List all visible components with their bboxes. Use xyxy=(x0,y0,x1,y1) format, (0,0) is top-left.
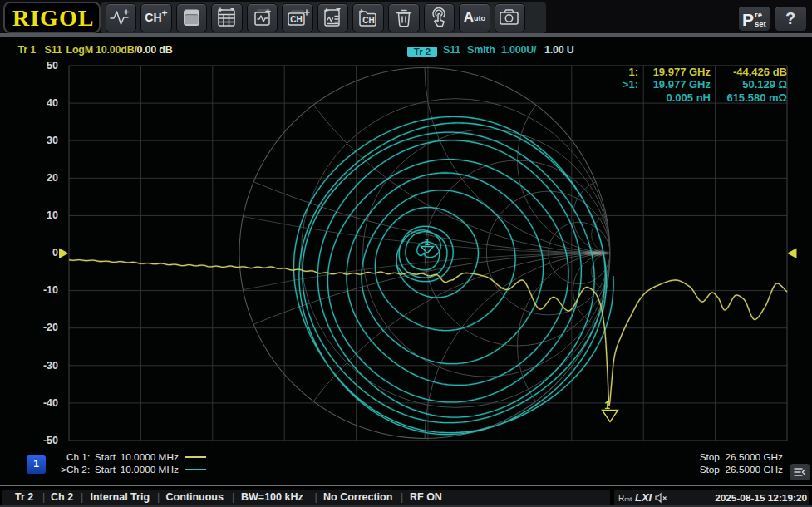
svg-text:-50: -50 xyxy=(43,435,58,446)
svg-text:0: 0 xyxy=(52,247,58,258)
svg-text:-30: -30 xyxy=(43,360,58,372)
svg-text:-20: -20 xyxy=(43,322,58,333)
svg-text:-40: -40 xyxy=(43,397,58,409)
svg-text:20: 20 xyxy=(47,172,58,184)
svg-text:10: 10 xyxy=(47,209,58,221)
svg-text:30: 30 xyxy=(47,135,58,146)
svg-text:1: 1 xyxy=(425,237,430,247)
svg-text:-10: -10 xyxy=(43,284,58,296)
svg-text:1: 1 xyxy=(604,400,610,411)
